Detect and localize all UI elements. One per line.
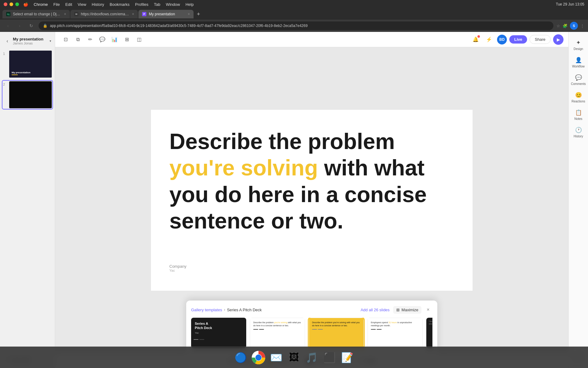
window-menu-item[interactable]: Window xyxy=(166,2,180,7)
bookmark-icon[interactable]: ☆ xyxy=(556,24,560,28)
tab-3-active[interactable]: P My presentation × xyxy=(138,10,194,18)
notes-icon: 📋 xyxy=(575,109,582,116)
maximize-button[interactable] xyxy=(15,2,19,6)
dock-photos[interactable]: 🖼 xyxy=(286,350,302,365)
company-name: Company xyxy=(169,264,187,269)
template-slide-1[interactable]: Series APitch Deck Yac xyxy=(191,318,246,348)
ts4-highlight: 31 hours xyxy=(389,321,397,324)
slide-item-1[interactable]: 1 My presentation xyxy=(2,50,52,78)
close-button[interactable] xyxy=(4,2,7,6)
arrange-tool-button[interactable]: ⧉ xyxy=(72,34,83,45)
close-panel-button[interactable]: × xyxy=(424,305,432,314)
right-sidebar: ✦ Design 👤 Workflow 💬 Comments 😊 Reactio… xyxy=(568,32,588,368)
share-button[interactable]: Share xyxy=(530,35,551,44)
maximize-label: Maximize xyxy=(401,308,418,312)
sidebar-item-notes[interactable]: 📋 Notes xyxy=(570,107,587,123)
extension-icon[interactable]: 🧩 xyxy=(563,24,567,28)
profile-button[interactable]: S xyxy=(570,22,578,30)
tab-2[interactable]: ✉ https://inboxflows.com/emails/ × xyxy=(70,10,138,18)
template-thumb-5: "Short quote following slide, attention … xyxy=(426,318,432,348)
tab-1-close[interactable]: × xyxy=(64,12,66,16)
ts3-dot-1 xyxy=(312,329,317,330)
tab-2-favicon: ✉ xyxy=(74,12,78,16)
tab-1-title: Select email to change | Djang xyxy=(13,12,62,16)
template-slide-4[interactable]: Employees spend 31 hours in unproductive… xyxy=(368,318,423,348)
notification-button[interactable]: 🔔 xyxy=(470,34,481,45)
table-tool-button[interactable]: ⊞ xyxy=(121,34,132,45)
sidebar-item-comments[interactable]: 💬 Comments xyxy=(570,72,587,88)
forward-button[interactable]: › xyxy=(15,21,24,30)
browser-actions: ☆ 🧩 S ⋮ xyxy=(556,22,584,30)
gallery-templates-link[interactable]: Gallery templates xyxy=(191,308,222,312)
presentation-info: My presentation James Jonas xyxy=(13,37,48,45)
reload-button[interactable]: ↻ xyxy=(27,21,36,30)
sidebar-item-workflow[interactable]: 👤 Workflow xyxy=(570,54,587,71)
slide-main-text: Describe the problem you're solving with… xyxy=(169,128,445,234)
dock-notes[interactable]: 📝 xyxy=(340,350,355,365)
help-menu-item[interactable]: Help xyxy=(186,2,194,7)
address-bar[interactable]: 🔒 app.pitch.com/app/presentation/f5a9ad1… xyxy=(39,21,553,30)
crop-tool-button[interactable]: ⊡ xyxy=(60,34,71,45)
tab-1[interactable]: Dj Select email to change | Djang × xyxy=(2,10,70,18)
slides-panel-header: ‹ My presentation James Jonas ▾ xyxy=(0,34,55,48)
sidebar-item-history[interactable]: 🕐 History xyxy=(570,124,587,140)
ts1-dot-2 xyxy=(199,339,204,340)
chart-tool-button[interactable]: 📊 xyxy=(109,34,120,45)
slide-item-2[interactable]: 2 xyxy=(2,81,52,109)
ts4-text: Employees spend 31 hours in unproductive… xyxy=(371,321,419,327)
sidebar-item-design[interactable]: ✦ Design xyxy=(570,37,587,53)
edit-menu-item[interactable]: Edit xyxy=(65,2,72,7)
dock-chrome[interactable] xyxy=(251,350,266,365)
macos-menu: 🍎 Chrome File Edit View History Bookmark… xyxy=(23,2,194,7)
apple-menu[interactable]: 🍎 xyxy=(23,2,28,7)
slide-number-2: 2 xyxy=(3,81,7,86)
design-label: Design xyxy=(574,47,583,51)
template-thumb-4: Employees spend 31 hours in unproductive… xyxy=(368,318,423,348)
dock-music[interactable]: 🎵 xyxy=(304,350,319,365)
template-slide-3[interactable]: Describe the problem you're solving with… xyxy=(309,318,364,348)
tab-3-close[interactable]: × xyxy=(188,12,190,16)
canvas-area[interactable]: Describe the problem you're solving with… xyxy=(55,47,568,353)
toolbar-right: 🔔 ⚡ BD Live Share ▶ xyxy=(470,34,564,45)
new-tab-button[interactable]: + xyxy=(194,10,203,18)
tab-menu-item[interactable]: Tab xyxy=(154,2,160,7)
comment-tool-button[interactable]: 💬 xyxy=(97,34,108,45)
dock-mail[interactable]: ✉️ xyxy=(269,350,284,365)
history-menu-item[interactable]: History xyxy=(92,2,104,7)
more-options-icon[interactable]: ⋮ xyxy=(580,24,584,28)
tab-1-favicon: Dj xyxy=(6,12,10,16)
file-menu-item[interactable]: File xyxy=(53,2,60,7)
thumb1-stripe xyxy=(12,75,18,75)
live-button[interactable]: Live xyxy=(509,35,527,44)
history-icon: 🕐 xyxy=(575,127,582,133)
play-button[interactable]: ▶ xyxy=(553,34,564,45)
slides-panel: ‹ My presentation James Jonas ▾ 1 My pre… xyxy=(0,32,55,368)
view-menu-item[interactable]: View xyxy=(78,2,86,7)
add-all-slides-button[interactable]: Add all 26 slides xyxy=(360,308,390,312)
embed-tool-button[interactable]: ◫ xyxy=(134,34,145,45)
bookmarks-menu-item[interactable]: Bookmarks xyxy=(110,2,130,7)
maximize-button[interactable]: ⊞ Maximize xyxy=(393,306,421,314)
ts2-dot-2 xyxy=(259,329,264,330)
user-avatar[interactable]: BD xyxy=(497,35,507,44)
breadcrumb-separator: › xyxy=(224,308,225,312)
template-slide-2[interactable]: Describe the problem you're solving with… xyxy=(250,318,305,348)
back-button[interactable]: ‹ xyxy=(4,21,12,30)
chrome-menu-item[interactable]: Chrome xyxy=(34,2,48,7)
profiles-menu-item[interactable]: Profiles xyxy=(135,2,148,7)
minimize-button[interactable] xyxy=(9,2,13,6)
ts4-dot-1 xyxy=(371,329,376,330)
dock-finder[interactable]: 🔵 xyxy=(233,350,248,365)
comments-label: Comments xyxy=(571,82,586,86)
chevron-down-icon[interactable]: ▾ xyxy=(50,39,51,43)
dock-terminal[interactable]: ⬛ xyxy=(322,350,337,365)
pen-tool-button[interactable]: ✏ xyxy=(85,34,96,45)
tab-2-close[interactable]: × xyxy=(132,12,134,16)
back-nav-button[interactable]: ‹ xyxy=(4,37,11,45)
slide-text-highlight: you're solving xyxy=(169,155,318,180)
template-slide-5[interactable]: "Short quote following slide, attention … xyxy=(426,318,432,348)
tab-3-title: My presentation xyxy=(149,12,185,16)
lightning-button[interactable]: ⚡ xyxy=(484,34,495,45)
sidebar-item-reactions[interactable]: 😊 Reactions xyxy=(570,89,587,105)
titlebar: 🍎 Chrome File Edit View History Bookmark… xyxy=(0,0,588,9)
